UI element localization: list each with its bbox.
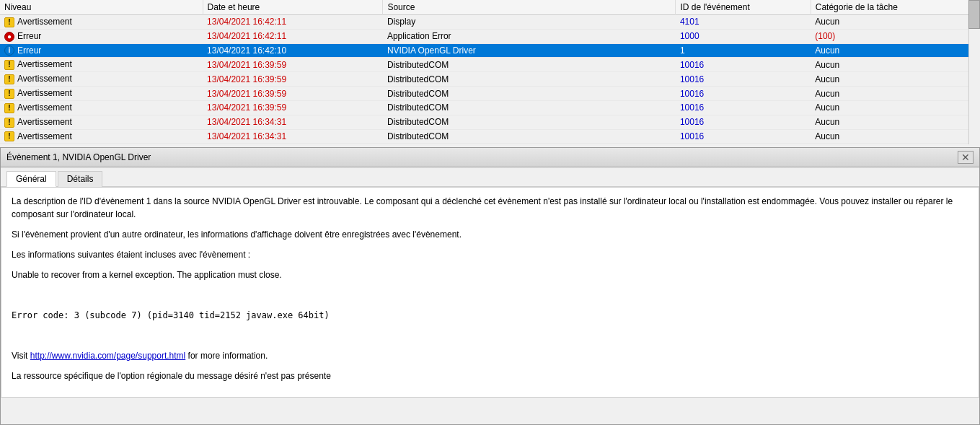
detail-para-8: La ressource spécifique de l'option régi…	[12, 369, 968, 382]
cell-categorie: Aucun	[811, 87, 979, 101]
niveau-label: Erreur	[17, 31, 41, 41]
table-row[interactable]: !Avertissement13/04/2021 16:39:59Distrib…	[0, 72, 980, 87]
cell-niveau: iErreur	[0, 43, 203, 58]
cell-date: 13/04/2021 16:42:11	[203, 15, 383, 30]
warning-icon: !	[4, 74, 14, 84]
cell-date: 13/04/2021 16:42:10	[203, 43, 383, 58]
id-value: 1000	[680, 31, 699, 41]
date-value: 13/04/2021 16:42:10	[207, 45, 286, 56]
niveau-label: Avertissement	[17, 59, 72, 69]
cell-id: 10016	[676, 100, 811, 115]
niveau-label: Avertissement	[17, 74, 72, 84]
cell-categorie: Aucun	[811, 115, 979, 129]
main-container: Niveau Date et heure Source ID de l'évén…	[0, 0, 980, 425]
detail-para-3: Les informations suivantes étaient inclu…	[12, 248, 968, 261]
id-value: 10016	[680, 117, 704, 127]
table-row[interactable]: !Avertissement13/04/2021 16:34:31Distrib…	[0, 129, 980, 144]
event-table-wrapper: Niveau Date et heure Source ID de l'évén…	[0, 0, 980, 144]
col-header-categorie: Catégorie de la tâche	[811, 0, 979, 15]
cell-niveau: !Avertissement	[0, 129, 203, 144]
cell-niveau: !Avertissement	[0, 115, 203, 129]
id-value: 10016	[680, 102, 704, 113]
table-row[interactable]: !Avertissement13/04/2021 16:39:59Distrib…	[0, 100, 980, 115]
niveau-label: Erreur	[17, 45, 41, 56]
cell-date: 13/04/2021 16:39:59	[203, 100, 383, 115]
info-icon: i	[4, 45, 14, 56]
cell-id: 10016	[676, 129, 811, 144]
id-value: 10016	[680, 131, 704, 141]
warning-icon: !	[4, 103, 14, 113]
table-row[interactable]: !Avertissement13/04/2021 16:39:59Distrib…	[0, 87, 980, 101]
cell-source: Application Error	[383, 29, 676, 43]
cell-source: DistributedCOM	[383, 100, 676, 115]
cell-niveau: !Avertissement	[0, 100, 203, 115]
date-value: 13/04/2021 16:34:31	[207, 117, 286, 127]
date-value: 13/04/2021 16:39:59	[207, 60, 286, 70]
warning-icon: !	[4, 118, 14, 128]
cell-categorie: Aucun	[811, 129, 979, 144]
col-header-date: Date et heure	[203, 0, 383, 15]
cell-source: DistributedCOM	[383, 87, 676, 101]
niveau-label: Avertissement	[17, 102, 72, 113]
id-value: 4101	[680, 17, 699, 27]
cell-date: 13/04/2021 16:34:31	[203, 115, 383, 129]
detail-visit-line: Visit http://www.nvidia.com/page/support…	[12, 349, 968, 362]
col-header-id: ID de l'événement	[676, 0, 811, 15]
detail-header: Évènement 1, NVIDIA OpenGL Driver ✕	[1, 148, 979, 167]
tab-details[interactable]: Détails	[58, 171, 103, 187]
cell-source: NVIDIA OpenGL Driver	[383, 43, 676, 58]
table-header-row: Niveau Date et heure Source ID de l'évén…	[0, 0, 980, 15]
cell-date: 13/04/2021 16:39:59	[203, 87, 383, 101]
cell-date: 13/04/2021 16:42:11	[203, 29, 383, 43]
detail-tabs: Général Détails	[1, 167, 979, 187]
detail-link[interactable]: http://www.nvidia.com/page/support.html	[30, 351, 185, 361]
niveau-label: Avertissement	[17, 88, 72, 98]
date-value: 13/04/2021 16:39:59	[207, 74, 286, 84]
cell-id: 1000	[676, 29, 811, 43]
cell-categorie: Aucun	[811, 15, 979, 30]
table-row[interactable]: !Avertissement13/04/2021 16:34:31Distrib…	[0, 115, 980, 129]
date-value: 13/04/2021 16:39:59	[207, 102, 286, 113]
id-value: 10016	[680, 74, 704, 84]
cell-source: DistributedCOM	[383, 115, 676, 129]
event-table: Niveau Date et heure Source ID de l'évén…	[0, 0, 980, 144]
cell-id: 10016	[676, 72, 811, 87]
date-value: 13/04/2021 16:34:31	[207, 131, 286, 141]
cell-id: 10016	[676, 58, 811, 72]
detail-para-6: Error code: 3 (subcode 7) (pid=3140 tid=…	[12, 309, 968, 322]
table-row[interactable]: !Avertissement13/04/2021 16:39:59Distrib…	[0, 58, 980, 72]
warning-icon: !	[4, 60, 14, 70]
id-value: 10016	[680, 60, 704, 70]
cell-source: DistributedCOM	[383, 58, 676, 72]
warning-icon: !	[4, 89, 14, 99]
col-header-niveau: Niveau	[0, 0, 203, 15]
cell-niveau: !Avertissement	[0, 15, 203, 30]
detail-close-button[interactable]: ✕	[958, 151, 974, 164]
table-row[interactable]: ●Erreur13/04/2021 16:42:11Application Er…	[0, 29, 980, 43]
scrollbar-thumb[interactable]	[968, 0, 980, 29]
detail-para-4: Unable to recover from a kernel exceptio…	[12, 268, 968, 281]
cell-id: 4101	[676, 15, 811, 30]
table-row[interactable]: iErreur13/04/2021 16:42:10NVIDIA OpenGL …	[0, 43, 980, 58]
cell-categorie: (100)	[811, 29, 979, 43]
detail-panel: Évènement 1, NVIDIA OpenGL Driver ✕ Géné…	[0, 147, 980, 425]
id-value: 1	[680, 45, 685, 56]
cell-id: 1	[676, 43, 811, 58]
detail-link-prefix: Visit	[12, 351, 30, 361]
warning-icon: !	[4, 17, 14, 27]
niveau-label: Avertissement	[17, 117, 72, 127]
cell-niveau: !Avertissement	[0, 87, 203, 101]
tab-general[interactable]: Général	[6, 171, 56, 187]
cell-source: DistributedCOM	[383, 72, 676, 87]
detail-link-suffix: for more information.	[185, 351, 268, 361]
detail-content-area: La description de l'ID d'évènement 1 dan…	[1, 187, 979, 398]
warning-icon: !	[4, 131, 14, 141]
cell-source: DistributedCOM	[383, 129, 676, 144]
scrollbar-track[interactable]	[968, 0, 980, 144]
date-value: 13/04/2021 16:39:59	[207, 89, 286, 99]
detail-para-5	[12, 289, 968, 302]
cell-categorie: Aucun	[811, 58, 979, 72]
cell-categorie: Aucun	[811, 43, 979, 58]
table-row[interactable]: !Avertissement13/04/2021 16:42:11Display…	[0, 15, 980, 30]
cell-date: 13/04/2021 16:39:59	[203, 72, 383, 87]
